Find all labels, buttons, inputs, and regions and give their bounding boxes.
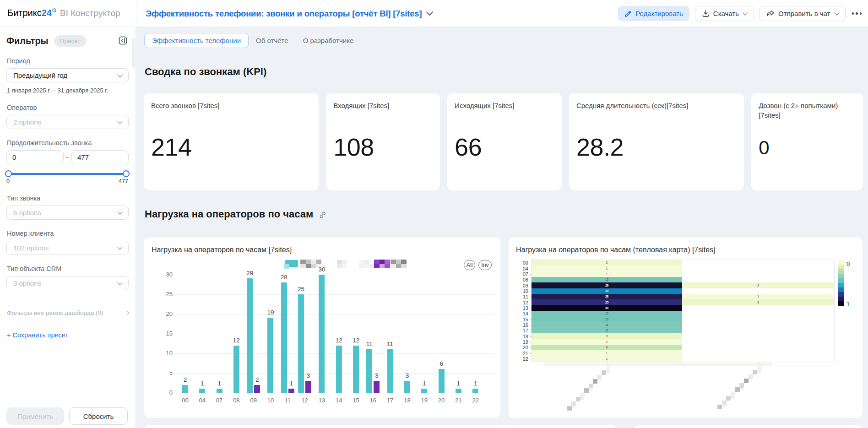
heatmap-row-label: 11 <box>515 294 528 299</box>
tab-report[interactable]: Эффективность телефонии <box>144 33 249 48</box>
bar-series-2[interactable] <box>374 381 380 393</box>
bar-series-1[interactable] <box>182 385 188 393</box>
bar-series-1[interactable] <box>404 381 410 393</box>
top-bar: Битрикс24 BI Конструктор Эффективность т… <box>0 0 868 27</box>
bar-value-label: 11 <box>383 341 397 347</box>
legend-all-button[interactable]: All <box>464 260 475 270</box>
legend-swatch-series-2-censored <box>374 260 380 264</box>
heatmap-cell-value: 1 <box>602 272 612 276</box>
period-select[interactable]: Предыдущий год <box>6 68 129 82</box>
heatmap-x-label-censored <box>580 393 585 397</box>
tab-about-developer[interactable]: О разработчике <box>296 33 361 48</box>
bar-series-2[interactable] <box>288 389 294 393</box>
bar-value-label: 6 <box>434 360 448 367</box>
legend-inv-button[interactable]: Inv <box>478 260 492 270</box>
save-preset-link[interactable]: + Сохранить пресет <box>7 331 68 339</box>
duration-to-input[interactable] <box>71 150 129 164</box>
bar-series-1[interactable] <box>366 349 372 393</box>
send-to-chat-button[interactable]: Отправить в чат <box>760 6 845 21</box>
bar-series-1[interactable] <box>387 349 393 393</box>
y-gridline <box>176 275 495 275</box>
heatmap-cell-value: 19 <box>602 289 612 293</box>
client-number-placeholder: 102 options <box>13 244 49 252</box>
legend-label-censored <box>337 260 342 264</box>
bar-series-1[interactable] <box>199 389 205 393</box>
bar-chart-card: Нагрузка на операторов по часам [7sites]… <box>144 237 500 418</box>
download-button[interactable]: Скачать <box>695 6 754 21</box>
dashboard-main: Эффективность телефонииОб отчётеО разраб… <box>136 27 868 428</box>
link-icon[interactable] <box>319 211 326 219</box>
heatmap-row-label: 14 <box>515 311 528 316</box>
bar-value-label: 12 <box>229 337 243 344</box>
heatmap-row-label: 16 <box>515 322 528 328</box>
sidebar-scrollbar[interactable] <box>132 38 135 68</box>
bar-series-1[interactable] <box>456 389 461 393</box>
bar-series-1[interactable] <box>247 278 253 393</box>
report-title[interactable]: Эффективность телефонии: звонки и операт… <box>146 9 422 19</box>
colorbar-min-label: 0 <box>846 260 850 267</box>
bar-series-1[interactable] <box>233 346 239 393</box>
bar-value-label: 3 <box>400 372 414 379</box>
tab-about-report[interactable]: Об отчёте <box>249 33 296 48</box>
heatmap-cell-value: 1 <box>602 340 612 343</box>
x-axis-tick-label: 10 <box>262 397 279 404</box>
legend-swatch-series-2-censored <box>385 264 390 269</box>
bar-series-2[interactable] <box>254 385 260 393</box>
heatmap-x-label-censored <box>739 383 744 388</box>
colorbar-segment <box>838 287 844 292</box>
heatmap-cell-value: 11 <box>602 323 612 326</box>
heatmap-x-label-censored <box>593 379 597 384</box>
bar-series-1[interactable] <box>217 389 222 393</box>
colorbar-segment <box>838 260 844 265</box>
duration-slider-track[interactable] <box>8 173 126 175</box>
bar-series-1[interactable] <box>472 389 478 393</box>
client-number-select[interactable]: 102 options <box>6 241 129 255</box>
heatmap-x-label-censored <box>717 405 722 409</box>
bar-series-1[interactable] <box>421 389 427 393</box>
duration-from-input[interactable] <box>6 150 64 164</box>
heatmap-row-label: 12 <box>515 300 528 305</box>
legend-label-censored <box>401 264 407 269</box>
kpi-card-label: Средняя длительность (сек)[7sites] <box>576 101 737 110</box>
colorbar-max-label: 1 <box>846 301 850 308</box>
preset-badge[interactable]: Пресет <box>54 35 87 47</box>
kpi-cards-row: Всего звонков [7sites]214Входящих [7site… <box>144 93 863 190</box>
bar-series-1[interactable] <box>267 318 273 393</box>
kpi-card-label: Входящих [7sites] <box>333 101 433 110</box>
crm-object-type-select[interactable]: 3 options <box>6 276 129 290</box>
legend-label-censored <box>316 260 322 264</box>
more-options-button[interactable] <box>851 10 863 17</box>
send-to-chat-label: Отправить в чат <box>778 10 830 17</box>
bar-series-1[interactable] <box>336 346 342 393</box>
reset-button[interactable]: Сбросить <box>69 407 128 425</box>
duration-dash: - <box>66 153 68 161</box>
heatmap-x-label-censored <box>753 370 757 374</box>
duration-slider-handle-max[interactable] <box>123 170 130 177</box>
chevron-down-icon <box>117 119 122 124</box>
heatmap-row-label: 22 <box>515 356 528 362</box>
bar-series-1[interactable] <box>319 275 325 393</box>
legend-swatch-series-2-censored <box>374 264 380 269</box>
chevron-down-icon[interactable] <box>426 9 434 16</box>
heatmap-x-label-censored <box>567 406 572 411</box>
call-type-select[interactable]: 6 options <box>6 206 129 220</box>
apply-button[interactable]: Применить <box>6 407 64 425</box>
heatmap-cell-value: 12 <box>602 312 612 315</box>
legend-label-censored <box>391 264 396 269</box>
edit-button[interactable]: Редактировать <box>618 6 689 21</box>
operator-select[interactable]: 2 options <box>6 115 129 129</box>
call-type-label: Тип звонка <box>7 195 40 202</box>
outer-filters-label: Фильтры вне рамок дашборда (0) <box>7 309 103 316</box>
duration-slider-handle-min[interactable] <box>5 170 12 177</box>
bar-series-1[interactable] <box>353 346 359 393</box>
heatmap-row-label: 17 <box>515 328 528 333</box>
bar-series-1[interactable] <box>439 369 445 393</box>
heatmap-x-label-censored <box>597 375 602 379</box>
x-axis-tick-label: 04 <box>194 397 211 404</box>
duration-label: Продолжительность звонка <box>7 139 92 146</box>
bar-series-2[interactable] <box>305 381 311 393</box>
bar-series-1[interactable] <box>281 282 287 393</box>
collapse-sidebar-icon[interactable] <box>119 36 127 47</box>
crm-object-type-label: Тип объекта CRM <box>7 265 61 272</box>
outer-filters-link[interactable]: Фильтры вне рамок дашборда (0) <box>7 309 129 316</box>
